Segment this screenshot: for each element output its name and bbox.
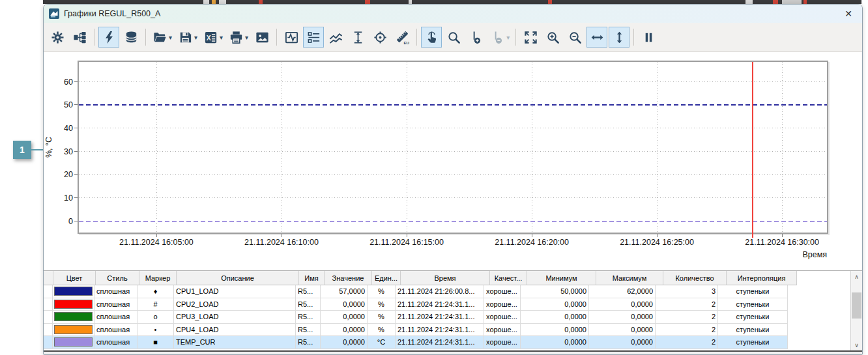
image-icon [254, 29, 270, 45]
crosshair-button[interactable] [369, 27, 390, 48]
pause-button[interactable] [638, 27, 659, 48]
title-bar: Графики REGUL_R500_A ✕ [44, 5, 862, 23]
table-row[interactable]: сплошная#CPU2_LOADR5...0,0000%21.11.2024… [44, 298, 850, 311]
window-title: Графики REGUL_R500_A [64, 9, 840, 18]
export-image-button[interactable] [252, 27, 272, 48]
table-header: ЦветСтильМаркерОписаниеИмяЗначениеЕдин..… [44, 271, 850, 285]
y-tick-mark [74, 104, 78, 105]
row-selector-cell [44, 285, 53, 298]
database-icon [123, 29, 139, 45]
y-tick-label: 0 [68, 217, 73, 226]
column-header-unit[interactable]: Един... [372, 271, 401, 285]
y-gridline [79, 128, 827, 128]
settings-button[interactable] [47, 27, 68, 48]
cell-time: 21.11.2024 21:24:31.1... [396, 298, 484, 311]
add-marker-button[interactable] [465, 27, 486, 48]
column-header-interpolation[interactable]: Интерполяция [727, 271, 797, 285]
folder-open-icon [152, 29, 167, 45]
cell-value: 57,0000 [321, 285, 368, 298]
cell-marker: • [137, 324, 174, 337]
cell-interpolation: ступеньки [718, 311, 788, 324]
cell-time: 21.11.2024 21:24:31.1... [396, 324, 484, 337]
cell-interpolation: ступеньки [718, 324, 788, 337]
column-header-count[interactable]: Количество [663, 271, 727, 285]
remove-marker-button[interactable]: ▾ [487, 27, 512, 48]
cell-interpolation: ступеньки [718, 298, 788, 311]
series-line-TEMP_CUR [79, 221, 827, 222]
cell-filler [788, 285, 850, 298]
column-header-name[interactable]: Имя [299, 271, 325, 285]
callout-connector-line [31, 149, 44, 150]
y-gridline [79, 174, 827, 175]
table-row[interactable]: сплошная♦CPU1_LOADR5...57,0000%21.11.202… [44, 285, 850, 298]
close-button[interactable]: ✕ [840, 7, 857, 21]
dropdown-arrow-icon: ▾ [245, 34, 248, 41]
x-gridline [407, 62, 407, 233]
measure-eu-button[interactable]: EU [392, 27, 412, 48]
column-header-value[interactable]: Значение [325, 271, 372, 285]
cell-value: 0,0000 [321, 311, 368, 324]
column-header-description[interactable]: Описание [177, 271, 299, 285]
column-header-marker[interactable]: Маркер [139, 271, 177, 285]
cell-min: 0,0000 [521, 311, 589, 324]
oscilloscope-icon [283, 29, 299, 45]
column-header-min[interactable]: Минимум [527, 271, 596, 285]
zoom-in-button[interactable] [542, 27, 563, 48]
table-row[interactable]: сплошнаяoCPU3_LOADR5...0,0000%21.11.2024… [44, 311, 850, 324]
arrows-horizontal-icon [589, 29, 605, 45]
print-button[interactable]: ▾ [226, 27, 250, 48]
fit-horizontal-button[interactable] [586, 27, 607, 48]
legend-button[interactable] [303, 27, 324, 48]
x-tick-mark [657, 234, 658, 237]
column-header-color[interactable]: Цвет [53, 271, 96, 285]
vertical-scrollbar[interactable]: ∧ ∨ [850, 271, 862, 350]
curves-button[interactable] [325, 27, 346, 48]
row-selector-cell [44, 311, 53, 324]
cell-style: сплошная [94, 336, 137, 349]
column-header-max[interactable]: Максимум [596, 271, 663, 285]
toolbar-separator [94, 29, 94, 46]
scroll-up-icon[interactable]: ∧ [851, 271, 862, 282]
cell-filler [788, 311, 850, 324]
x-tick-mark [407, 234, 407, 237]
live-mode-button[interactable] [98, 27, 119, 48]
pan-button[interactable] [421, 27, 442, 48]
cell-count: 2 [656, 298, 718, 311]
zoom-out-button[interactable] [564, 27, 585, 48]
zoom-select-button[interactable] [443, 27, 464, 48]
project-tree-button[interactable] [69, 27, 90, 48]
vertical-ruler-icon [350, 29, 366, 45]
save-button[interactable]: ▾ [175, 27, 199, 48]
scrollbar-thumb[interactable] [852, 292, 861, 319]
y-tick-label: 40 [64, 124, 73, 133]
cell-color [53, 311, 94, 324]
table-row[interactable]: сплошная■TEMP_CURR5...0,0000°C21.11.2024… [44, 336, 850, 349]
x-gridline [532, 62, 532, 233]
plot-area[interactable]: %, °C Время 010203040506021.11.2024 16:0… [78, 61, 828, 234]
page: { "window": { "title": "Графики REGUL_R5… [0, 0, 868, 355]
scrollbar-track[interactable] [851, 282, 862, 339]
open-button[interactable]: ▾ [150, 27, 174, 48]
dropdown-arrow-icon: ▾ [220, 34, 223, 41]
oscillogram-button[interactable] [281, 27, 302, 48]
column-header-time[interactable]: Время [401, 271, 490, 285]
cell-style: сплошная [94, 298, 137, 311]
cell-value: 0,0000 [321, 298, 368, 311]
column-header-style[interactable]: Стиль [96, 271, 139, 285]
vertical-scale-button[interactable] [347, 27, 368, 48]
marker-add-icon [468, 29, 484, 45]
y-tick-label: 30 [64, 147, 73, 156]
x-tick-label: 21.11.2024 16:10:00 [244, 238, 319, 247]
column-header-quality[interactable]: Качест... [490, 271, 527, 285]
fit-all-button[interactable] [520, 27, 541, 48]
column-header-sel[interactable] [44, 271, 53, 285]
color-swatch [54, 325, 93, 334]
table-row[interactable]: сплошная•CPU4_LOADR5...0,0000%21.11.2024… [44, 324, 850, 337]
cell-name: R5... [296, 298, 321, 311]
cell-marker: o [137, 311, 174, 324]
export-excel-button[interactable]: X▾ [201, 27, 225, 48]
fit-vertical-button[interactable] [609, 27, 629, 48]
scroll-down-icon[interactable]: ∨ [851, 339, 862, 350]
archive-data-button[interactable] [121, 27, 141, 48]
row-selector-cell [44, 324, 53, 337]
